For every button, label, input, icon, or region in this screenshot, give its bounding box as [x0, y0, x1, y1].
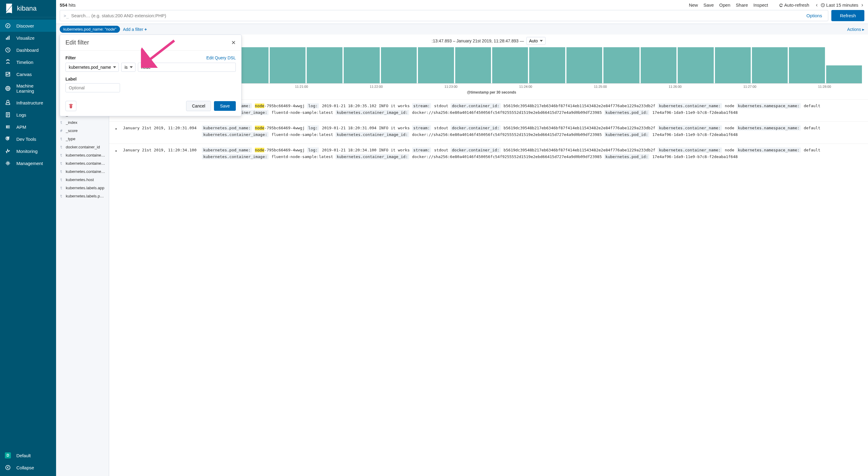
expand-icon[interactable]: ▸	[115, 147, 118, 160]
field-value: docker://sha256:6e80a40146f450056fc54f92…	[412, 155, 602, 159]
field-key[interactable]: kubernetes.container_image:	[202, 132, 268, 137]
time-range-button[interactable]: Last 15 minutes	[821, 2, 858, 7]
histogram-bar[interactable]	[641, 47, 677, 83]
histogram-bar[interactable]	[344, 47, 379, 83]
histogram-bar[interactable]	[455, 47, 491, 83]
histogram-bar[interactable]	[307, 47, 342, 83]
histogram-bar[interactable]	[715, 47, 751, 83]
sidebar-item-infrastructure[interactable]: Infrastructure	[0, 97, 56, 109]
field-value: default	[804, 126, 820, 130]
field-key[interactable]: stream:	[412, 103, 431, 108]
field-key[interactable]: kubernetes.container_image_id:	[336, 132, 409, 137]
field-item[interactable]: tdocker.container_id	[56, 143, 109, 151]
sidebar-item-dev-tools[interactable]: Dev Tools	[0, 133, 56, 145]
doc-source: kubernetes.pod_name: node-795bc66469-4ww…	[202, 147, 863, 160]
field-item[interactable]: tkubernetes.container…	[56, 167, 109, 176]
filter-field-select[interactable]: kubernetes.pod_name	[65, 63, 119, 72]
field-key[interactable]: kubernetes.container_name:	[658, 147, 722, 152]
sidebar-item-discover[interactable]: Discover	[0, 20, 56, 32]
interval-select[interactable]: Auto	[526, 37, 546, 45]
close-icon[interactable]: ✕	[231, 39, 236, 46]
histogram-bar[interactable]	[270, 47, 306, 83]
sidebar-item-management[interactable]: Management	[0, 157, 56, 169]
topbar-open-link[interactable]: Open	[719, 2, 731, 7]
sidebar-item-visualize[interactable]: Visualize	[0, 32, 56, 44]
sidebar-item-timelion[interactable]: Timelion	[0, 56, 56, 68]
auto-refresh-toggle[interactable]: Auto-refresh	[779, 2, 809, 7]
filter-pill[interactable]: kubernetes.pod_name: "node"	[60, 26, 120, 33]
field-key[interactable]: kubernetes.container_image:	[202, 154, 268, 159]
histogram-bar[interactable]	[678, 47, 713, 83]
field-key[interactable]: kubernetes.pod_id:	[604, 154, 650, 159]
field-item[interactable]: #_score	[56, 127, 109, 135]
field-item[interactable]: tkubernetes.container…	[56, 159, 109, 167]
field-key[interactable]: docker.container_id:	[451, 125, 501, 131]
topbar-inspect-link[interactable]: Inspect	[753, 2, 768, 7]
field-key[interactable]: kubernetes.pod_name:	[202, 147, 252, 152]
field-item[interactable]: tkubernetes.labels.app	[56, 184, 109, 192]
sidebar-item-canvas[interactable]: Canvas	[0, 68, 56, 80]
sidebar-item-collapse[interactable]: Collapse	[0, 462, 56, 474]
field-key[interactable]: log:	[307, 103, 319, 108]
field-key[interactable]: stream:	[412, 125, 431, 131]
sidebar-item-dashboard[interactable]: Dashboard	[0, 44, 56, 56]
field-item[interactable]: tkubernetes.labels.po…	[56, 192, 109, 200]
svg-point-9	[7, 162, 8, 164]
topbar-new-link[interactable]: New	[689, 2, 698, 7]
topbar-share-link[interactable]: Share	[736, 2, 748, 7]
filter-actions-link[interactable]: Actions ▸	[847, 27, 864, 32]
field-key[interactable]: kubernetes.container_name:	[658, 103, 722, 108]
histogram-bar[interactable]	[789, 47, 825, 83]
filter-operator-select[interactable]: is	[121, 63, 135, 72]
search-box[interactable]: >_ Options	[60, 10, 828, 21]
brand-logo[interactable]: kibana	[0, 0, 56, 17]
time-next-button[interactable]: ›	[860, 2, 864, 8]
histogram-bar[interactable]	[529, 47, 565, 83]
time-prev-button[interactable]: ‹	[815, 2, 819, 8]
histogram-bar[interactable]	[752, 47, 788, 83]
filter-label-input[interactable]	[65, 83, 120, 92]
field-type-icon: t	[59, 194, 63, 198]
field-key[interactable]: docker.container_id:	[451, 103, 501, 108]
expand-icon[interactable]: ▸	[115, 125, 118, 138]
histogram-bar[interactable]	[826, 65, 862, 83]
nav-icon	[5, 136, 11, 142]
field-item[interactable]: tkubernetes.host	[56, 176, 109, 184]
field-key[interactable]: kubernetes.container_image_id:	[336, 154, 409, 159]
histogram-bar[interactable]	[492, 47, 528, 83]
field-key[interactable]: kubernetes.namespace_name:	[737, 125, 801, 131]
delete-filter-button[interactable]	[65, 101, 76, 111]
edit-query-dsl-link[interactable]: Edit Query DSL	[207, 56, 236, 60]
field-key[interactable]: kubernetes.pod_id:	[604, 110, 650, 115]
field-item[interactable]: t_index	[56, 118, 109, 127]
field-item[interactable]: tkubernetes.container…	[56, 151, 109, 159]
field-key[interactable]: kubernetes.namespace_name:	[737, 103, 801, 108]
field-key[interactable]: log:	[307, 125, 319, 131]
sidebar-item-monitoring[interactable]: Monitoring	[0, 145, 56, 157]
save-button[interactable]: Save	[214, 101, 236, 111]
search-options-link[interactable]: Options	[804, 13, 825, 18]
sidebar-item-apm[interactable]: APM	[0, 121, 56, 133]
field-key[interactable]: docker.container_id:	[451, 147, 501, 152]
refresh-button[interactable]: Refresh	[831, 10, 864, 21]
field-key[interactable]: stream:	[412, 147, 431, 152]
histogram-bar[interactable]	[381, 47, 417, 83]
sidebar-item-machine-learning[interactable]: Machine Learning	[0, 80, 56, 97]
field-key[interactable]: kubernetes.namespace_name:	[737, 147, 801, 152]
histogram-bar[interactable]	[603, 47, 639, 83]
field-item[interactable]: t_type	[56, 135, 109, 143]
topbar-save-link[interactable]: Save	[704, 2, 714, 7]
add-filter-link[interactable]: Add a filter +	[123, 27, 147, 32]
histogram-bar[interactable]	[566, 47, 602, 83]
cancel-button[interactable]: Cancel	[186, 101, 211, 111]
sidebar-item-logs[interactable]: Logs	[0, 109, 56, 121]
doc-timestamp: January 21st 2019, 11:20:31.094	[123, 125, 197, 138]
field-key[interactable]: kubernetes.pod_name:	[202, 125, 252, 131]
sidebar-item-default[interactable]: D Default	[0, 449, 56, 462]
field-key[interactable]: kubernetes.pod_id:	[604, 132, 650, 137]
field-key[interactable]: kubernetes.container_image_id:	[336, 110, 409, 115]
histogram-bar[interactable]	[418, 47, 454, 83]
field-key[interactable]: log:	[307, 147, 319, 152]
field-key[interactable]: kubernetes.container_name:	[658, 125, 722, 131]
search-input[interactable]	[71, 13, 802, 18]
